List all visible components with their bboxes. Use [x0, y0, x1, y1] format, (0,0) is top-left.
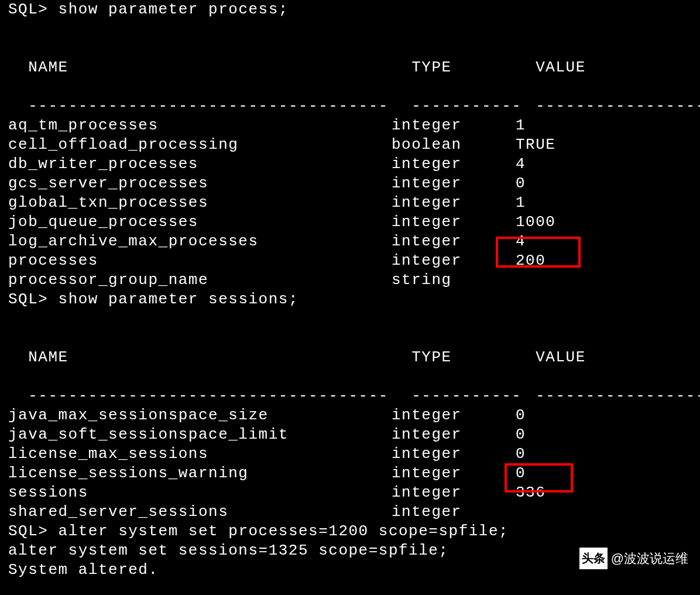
header-value: VALUE [536, 348, 586, 367]
param-value: 0 [516, 174, 526, 193]
header-name: NAME [28, 348, 411, 367]
param-name: cell_offload_processing [8, 135, 392, 155]
param-value: 1 [516, 193, 526, 213]
table-row: sessionsinteger336 [8, 483, 692, 502]
divider-name: ------------------------------------ [28, 387, 411, 406]
param-name: global_txn_processes [8, 193, 392, 213]
table2-body: java_max_sessionspace_sizeinteger0java_s… [8, 406, 692, 522]
table1-body: aq_tm_processesinteger1cell_offload_proc… [8, 116, 692, 290]
highlight-processes-value [496, 237, 581, 268]
param-type: integer [392, 174, 516, 193]
header-type: TYPE [411, 58, 536, 77]
param-name: job_queue_processes [8, 213, 392, 232]
table-row: global_txn_processesinteger1 [8, 193, 692, 213]
param-type: integer [392, 406, 516, 425]
divider-value: ------------------ [536, 387, 700, 406]
space [48, 0, 58, 19]
param-name: aq_tm_processes [8, 116, 392, 135]
space [48, 522, 58, 541]
param-name: db_writer_processes [8, 155, 392, 174]
command-line-1: SQL> show parameter process; [8, 0, 692, 19]
header-type: TYPE [411, 348, 536, 367]
blank-line [8, 309, 692, 329]
table-row: license_max_sessionsinteger0 [8, 444, 692, 464]
param-type: integer [392, 502, 516, 522]
param-type: integer [392, 193, 516, 213]
command-text: alter system set sessions=1325 scope=spf… [8, 541, 449, 560]
divider-value: ------------------ [536, 97, 700, 116]
table1-header: NAMETYPEVALUE [8, 39, 692, 77]
table-row: java_max_sessionspace_sizeinteger0 [8, 406, 692, 425]
table-row: java_soft_sessionspace_limitinteger0 [8, 425, 692, 444]
param-value: 0 [516, 406, 526, 425]
command-line-3: SQL> alter system set processes=1200 sco… [8, 522, 692, 541]
param-value: 0 [516, 425, 526, 444]
param-type: integer [392, 425, 516, 444]
param-type: integer [392, 116, 516, 135]
table-row: processesinteger200 [8, 251, 692, 271]
sql-prompt: SQL> [8, 290, 48, 309]
param-name: log_archive_max_processes [8, 232, 392, 251]
watermark-text: @波波说运维 [611, 549, 688, 568]
command-text: show parameter sessions; [59, 290, 298, 309]
param-type: integer [392, 444, 516, 464]
table2-header: NAMETYPEVALUE [8, 329, 692, 367]
param-name: java_soft_sessionspace_limit [8, 425, 392, 444]
table-row: cell_offload_processingbooleanTRUE [8, 135, 692, 155]
table1-divider: ----------------------------------------… [8, 77, 692, 116]
table-row: processor_group_namestring [8, 271, 692, 290]
param-value: 0 [516, 444, 526, 464]
param-type: integer [392, 483, 516, 502]
command-text: show parameter process; [59, 0, 289, 19]
sql-prompt: SQL> [8, 522, 48, 541]
param-type: integer [392, 155, 516, 174]
table-row: aq_tm_processesinteger1 [8, 116, 692, 135]
param-name: sessions [8, 483, 392, 502]
param-name: processor_group_name [8, 271, 392, 290]
table-row: job_queue_processesinteger1000 [8, 213, 692, 232]
param-type: integer [392, 213, 516, 232]
param-value: 1 [516, 116, 526, 135]
result-text: System altered. [8, 560, 159, 580]
blank-line [8, 19, 692, 39]
table-row: db_writer_processesinteger4 [8, 155, 692, 174]
param-value: 1000 [516, 213, 555, 232]
divider-type: ----------- [411, 97, 536, 116]
param-type: boolean [392, 135, 516, 155]
divider-type: ----------- [411, 387, 536, 406]
param-type: integer [392, 464, 516, 483]
param-name: license_max_sessions [8, 444, 392, 464]
table-row: gcs_server_processesinteger0 [8, 174, 692, 193]
param-type: string [392, 271, 516, 290]
command-text: alter system set processes=1200 scope=sp… [59, 522, 509, 541]
param-name: license_sessions_warning [8, 464, 392, 483]
table-row: shared_server_sessionsinteger [8, 502, 692, 522]
param-value: TRUE [516, 135, 555, 155]
header-value: VALUE [536, 58, 586, 77]
param-name: gcs_server_processes [8, 174, 392, 193]
sql-prompt: SQL> [8, 0, 48, 19]
param-name: processes [8, 251, 392, 271]
table-row: log_archive_max_processesinteger4 [8, 232, 692, 251]
watermark: 头条 @波波说运维 [579, 548, 688, 569]
divider-name: ------------------------------------ [28, 97, 411, 116]
table-row: license_sessions_warninginteger0 [8, 464, 692, 483]
highlight-sessions-value [505, 463, 573, 493]
table2-divider: ----------------------------------------… [8, 367, 692, 406]
param-value: 4 [516, 155, 526, 174]
header-name: NAME [28, 58, 411, 77]
param-name: java_max_sessionspace_size [8, 406, 392, 425]
space [48, 290, 58, 309]
command-line-2: SQL> show parameter sessions; [8, 290, 692, 309]
watermark-badge: 头条 [579, 548, 608, 569]
param-name: shared_server_sessions [8, 502, 392, 522]
